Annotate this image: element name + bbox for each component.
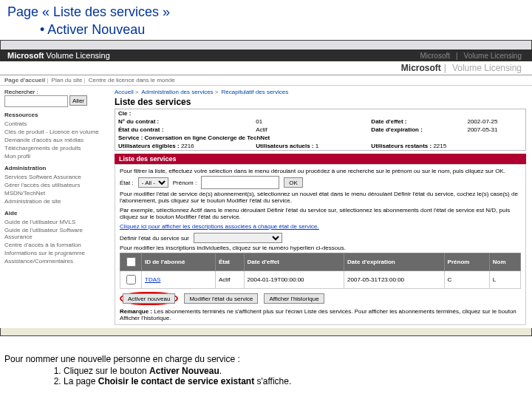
- activate-new-button[interactable]: Activer nouveau: [123, 293, 175, 304]
- show-history-button[interactable]: Afficher l'historique: [264, 293, 324, 304]
- search-label: Rechercher :: [4, 89, 104, 95]
- sidebar-link[interactable]: Centre d'accès à la formation: [4, 241, 104, 249]
- contract-info: Cie : N° du contrat :01 Date d'effet :20…: [115, 109, 526, 151]
- bc-recap[interactable]: Récapitulatif des services: [222, 89, 289, 95]
- top-nav: Page d'accueil| Plan du site| Centre de …: [0, 75, 532, 86]
- nav-centers[interactable]: Centre de licence dans le monde: [89, 77, 175, 83]
- browser-statusbar: [0, 328, 532, 336]
- subscriber-id-link[interactable]: TDAS: [145, 276, 160, 283]
- sidebar-link[interactable]: Guide de l'utilisateur MVLS: [4, 218, 104, 226]
- nav-home[interactable]: Page d'accueil: [4, 77, 45, 83]
- filter-etat-label: État :: [120, 180, 134, 186]
- sidebar-link[interactable]: Mon profil: [4, 152, 104, 160]
- define-state-select[interactable]: [194, 233, 282, 243]
- slide-title: Page « Liste des services » • Activer No…: [0, 0, 532, 40]
- sidebar-link[interactable]: Clés de produit - Licence en volume: [4, 128, 104, 136]
- define-state-label: Définir l'état du service sur: [120, 235, 189, 242]
- nav-sitemap[interactable]: Plan du site: [52, 77, 83, 83]
- bc-home[interactable]: Accueil: [115, 89, 134, 95]
- main-content: Accueil> Administration des services> Ré…: [109, 86, 532, 328]
- sidebar-link[interactable]: Assistance/Commentaires: [4, 257, 104, 265]
- browser-toolbar: [0, 40, 532, 50]
- sidebar-link[interactable]: Services Software Assurance: [4, 173, 104, 181]
- vl-white-header: Microsoft|Volume Licensing: [0, 61, 532, 75]
- sidebar-link[interactable]: Guide de l'utilisateur Software Assuranc…: [4, 226, 104, 241]
- bc-admin[interactable]: Administration des services: [141, 89, 213, 95]
- vl-black-header: Microsoft Volume Licensing Microsoft|Vol…: [0, 50, 532, 61]
- sidebar-heading-admin: Administration: [4, 165, 104, 171]
- select-all-checkbox[interactable]: [126, 257, 136, 267]
- modify-state-button[interactable]: Modifier l'état du service: [184, 293, 258, 304]
- filter-prenom-label: Prénom :: [173, 180, 197, 186]
- sidebar-link[interactable]: Informations sur le programme: [4, 249, 104, 257]
- slide-footer: Pour nommer une nouvelle personne en cha…: [0, 354, 532, 391]
- row-checkbox[interactable]: [126, 275, 136, 284]
- filter-prenom-input[interactable]: [201, 176, 279, 189]
- sidebar-heading-resources: Ressources: [4, 112, 104, 118]
- sidebar-link[interactable]: Contrats: [4, 120, 104, 128]
- sidebar-link[interactable]: Gérer l'accès des utilisateurs: [4, 181, 104, 189]
- status-desc-link[interactable]: Cliquez ici pour afficher les descriptio…: [120, 223, 319, 230]
- sidebar-link[interactable]: Demande d'accès aux médias: [4, 136, 104, 144]
- remark: Remarque : Les abonnements terminés ne s…: [120, 308, 521, 321]
- table-row: TDAS Actif 2004-01-19T00:00:00 2007-05-3…: [120, 271, 521, 289]
- sidebar-link[interactable]: Administration de site: [4, 197, 104, 205]
- sidebar-heading-help: Aide: [4, 210, 104, 216]
- left-sidebar: Rechercher : Aller Ressources Contrats C…: [0, 86, 109, 328]
- subscribers-table: ID de l'abonnéÉtatDate d'effet Date d'ex…: [120, 253, 521, 289]
- search-go-button[interactable]: Aller: [69, 95, 87, 106]
- highlight-circle: Activer nouveau: [120, 292, 178, 305]
- sidebar-link[interactable]: Téléchargements de produits: [4, 144, 104, 152]
- filter-panel: Pour filtrer la liste, effectuez votre s…: [115, 164, 526, 325]
- search-input[interactable]: [4, 95, 68, 107]
- filter-ok-button[interactable]: OK: [284, 177, 303, 188]
- breadcrumb: Accueil> Administration des services> Ré…: [115, 89, 526, 95]
- section-bar: Liste des services: [115, 154, 526, 164]
- filter-etat-select[interactable]: - All -: [138, 177, 168, 188]
- page-title: Liste des services: [115, 97, 526, 107]
- sidebar-link[interactable]: MSDN/TechNet: [4, 189, 104, 197]
